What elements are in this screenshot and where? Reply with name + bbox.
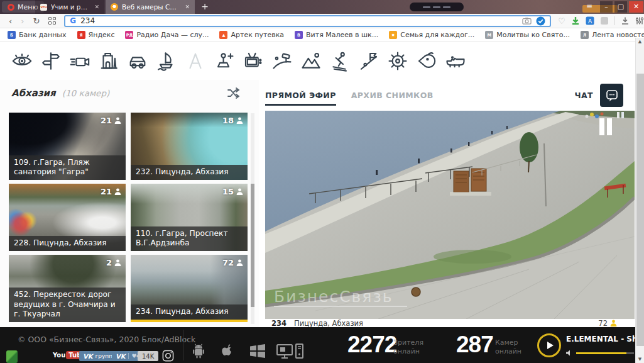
scrollbar-thumb[interactable] [251,184,254,307]
screenshot-camera-icon[interactable] [522,17,532,25]
category-road-camera-icon[interactable] [271,50,293,72]
tab-close-icon[interactable]: ✕ [94,4,99,10]
sidebar-settings-icon[interactable] [635,16,644,25]
bookmark-label: Семья для каждог... [400,31,474,39]
scroll-down-arrow[interactable]: ▼ [636,357,644,362]
watermark: БизнесСвязь [274,288,393,306]
category-letter-a-icon[interactable] [185,50,206,72]
category-signpost-icon[interactable] [40,50,62,72]
chat-button[interactable] [600,84,623,107]
new-tab-button[interactable]: + [200,1,210,13]
divider [183,330,184,360]
windows-icon[interactable] [249,343,266,360]
category-eye-icon[interactable] [11,50,33,72]
bookmark-item[interactable]: ✸Семья для каждог... [389,31,474,39]
bookmark-item[interactable]: ▲Артек путевка [219,31,284,39]
bookmark-label: Артек путевка [231,31,284,39]
category-car-icon[interactable] [127,50,148,72]
partner-logo[interactable] [6,350,18,363]
category-skier-icon[interactable] [329,50,351,72]
disabled-extension-icon[interactable] [600,16,609,25]
bookmark-item[interactable]: ЛЛента новостей [581,31,644,39]
adguard-download-icon[interactable] [571,16,580,25]
category-tv-icon[interactable] [243,50,264,72]
category-sailboat-icon[interactable] [156,50,177,72]
chat-control: ЧАТ [574,84,635,107]
tab-title: Учим и развлекаем детей [51,3,88,11]
camera-thumbnail-109[interactable]: 21109. г.Гагра, Пляж санатория "Гагра" [9,113,126,180]
category-video-camera-icon[interactable] [69,50,90,72]
category-crocodile-icon[interactable] [445,50,466,72]
category-fish-icon[interactable] [416,50,437,72]
play-icon [547,342,554,349]
camera-thumbnail-228[interactable]: 21228. Пицунда, Абхазия [9,184,126,251]
camera-caption: 234. Пицунда, Абхазия [131,304,248,320]
bookmark-item[interactable]: РДРадио Дача — слу... [125,31,209,39]
svg-text:A: A [588,18,592,25]
bookmark-item[interactable]: ЯЯндекс [77,31,115,39]
window-close-button[interactable]: ✕ [629,1,643,13]
address-bar-extensions: ♡ A [558,16,644,26]
back-icon[interactable]: ‹ [9,17,12,25]
page-scrollbar[interactable]: ▲ ▼ [635,38,644,363]
translate-extension-icon[interactable]: A [586,16,594,25]
live-video-player[interactable]: БизнесСвязь [265,111,635,319]
thumbnail-viewer-count: 21 [101,187,121,196]
android-icon[interactable] [191,343,206,362]
tab1-favicon: vru [40,4,47,11]
category-building-icon[interactable] [98,50,119,72]
verified-badge-icon[interactable] [536,16,545,26]
tab-archive[interactable]: АРХИВ СНИМКОВ [351,91,434,100]
tab-menu-icon[interactable]: ≡ [586,2,592,11]
bookmark-heart-icon[interactable]: ♡ [558,16,565,26]
browser-tab-1[interactable]: vru Учим и развлекаем детей ✕ [35,0,104,14]
category-climber-icon[interactable] [358,50,379,72]
bookmark-favicon: ▲ [219,31,227,39]
reload-icon[interactable]: ↻ [33,17,40,25]
downloads-icon[interactable] [621,16,630,25]
thumbnail-viewer-count: 72 [222,258,243,267]
person-icon [610,320,617,327]
tab-close-icon[interactable]: ✕ [185,4,190,10]
bookmark-item[interactable]: ББанк данных [8,31,67,39]
category-helm-icon[interactable] [387,50,408,72]
viewer-count: 72 [598,319,617,328]
divider [614,16,615,25]
camera-thumbnail-110[interactable]: 15110. г.Гагра, Проспект В.Г.Ардзинба [131,184,248,251]
scrollbar-thumb[interactable] [636,74,644,346]
track-progress-bar[interactable] [576,352,634,354]
shuffle-icon[interactable] [227,87,240,99]
bookmark-label: Радио Дача — слу... [136,31,209,39]
category-mountains-icon[interactable] [300,50,322,72]
tab2-favicon [111,3,118,11]
tab-live-stream[interactable]: ПРЯМОЙ ЭФИР [265,91,336,100]
category-joystick-icon[interactable] [214,50,235,72]
camera-thumbnail-232[interactable]: 18232. Пицунда, Абхазия [131,113,248,180]
instagram-icon[interactable] [162,350,174,362]
bookmark-item[interactable]: ММолитвы ко Свято... [485,31,570,39]
camera-thumbnail-234[interactable]: 72234. Пицунда, Абхазия [131,255,248,322]
camera-thumbnail-452[interactable]: 2452. Перекресток дорог ведущих в г. Оча… [9,255,126,322]
thumbnail-viewer-count: 18 [222,116,243,125]
devices-icon[interactable] [276,343,307,362]
camera-count: (10 камер) [62,88,110,98]
bookmark-favicon: В [295,31,303,39]
window-maximize-button[interactable]: ▢ [614,1,627,13]
url-input[interactable] [80,16,518,25]
radio-play-button[interactable] [537,333,561,357]
camera-list-scrollbar[interactable] [251,113,254,324]
speed-dial-icon[interactable] [48,17,56,25]
radio-volume-control[interactable] [566,350,634,356]
cameras-online-value: 287 [456,332,493,358]
person-icon [236,117,243,124]
camera-caption: 110. г.Гагра, Проспект В.Г.Ардзинба [131,226,248,251]
browser-tab-2-active[interactable]: Веб камеры Сочи - Webca ✕ [106,0,195,14]
apple-icon[interactable] [220,343,235,362]
cameras-online-label: Камеронлайн [495,338,521,356]
window-minimize-button[interactable]: – [600,1,613,13]
browser-window: Меню vru Учим и развлекаем детей ✕ Веб к… [0,0,644,363]
forward-icon[interactable]: › [21,17,24,25]
url-input-box[interactable]: G [64,15,551,27]
scroll-up-arrow[interactable]: ▲ [636,39,644,44]
bookmark-item[interactable]: ВВитя Малеев в шк... [295,31,378,39]
